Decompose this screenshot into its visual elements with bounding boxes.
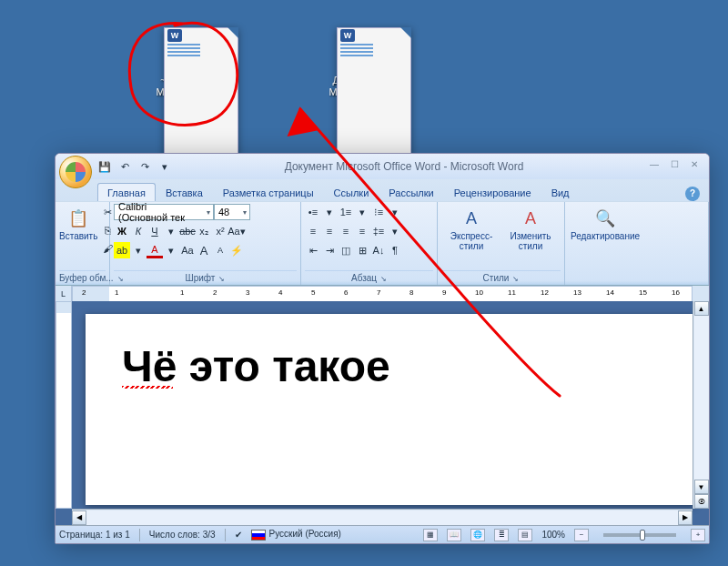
scroll-left-button[interactable]: ◀ (72, 510, 86, 525)
underline-more[interactable]: ▾ (163, 223, 179, 239)
italic-button[interactable]: К (130, 223, 147, 239)
numbering-more[interactable]: ▾ (354, 204, 370, 220)
sort-button[interactable]: A↓ (370, 242, 387, 258)
align-center-button[interactable]: ≡ (321, 223, 338, 239)
clear-format-button[interactable]: Aa▾ (228, 223, 245, 239)
multilevel-more[interactable]: ▾ (387, 204, 403, 220)
qat-more-button[interactable]: ▾ (157, 159, 172, 174)
bullets-button[interactable]: •≡ (305, 204, 321, 220)
browse-object-button[interactable]: ⦿ (694, 494, 709, 509)
change-styles-button[interactable]: A Изменить стили (503, 204, 558, 251)
line-spacing-button[interactable]: ‡≡ (370, 223, 387, 239)
line-spacing-more[interactable]: ▾ (387, 223, 403, 239)
zoom-out-button[interactable]: − (574, 529, 589, 541)
scroll-up-button[interactable]: ▲ (694, 301, 709, 316)
bold-button[interactable]: Ж (114, 223, 130, 239)
group-label[interactable]: Буфер обм... (59, 270, 106, 285)
group-label[interactable]: Шрифт (114, 270, 297, 285)
minimize-button[interactable]: — (647, 159, 662, 172)
quick-styles-button[interactable]: A Экспресс-стили (441, 204, 501, 251)
ruler-toggle-button[interactable]: L (56, 286, 72, 302)
align-right-button[interactable]: ≡ (338, 223, 354, 239)
ruler-tick: 7 (377, 288, 380, 297)
desktop-icon-temp-doc[interactable]: W ~$кумент Microsoft ... (146, 27, 218, 98)
draft-view-button[interactable]: ▤ (518, 529, 532, 541)
close-button[interactable]: ✕ (687, 159, 702, 172)
status-page[interactable]: Страница: 1 из 1 (59, 530, 130, 540)
change-case-button[interactable]: Aa (179, 242, 196, 258)
outline-view-button[interactable]: ≣ (494, 529, 509, 541)
save-button[interactable]: 💾 (97, 159, 112, 174)
ruler-tick: 9 (442, 288, 446, 297)
ruler-tick: 15 (639, 288, 647, 297)
tab-references[interactable]: Ссылки (324, 183, 379, 201)
document-area: Чё это такое (56, 301, 709, 525)
help-button[interactable]: ? (685, 187, 700, 201)
highlight-button[interactable]: ab (114, 242, 130, 258)
web-view-button[interactable]: 🌐 (470, 529, 485, 541)
page-view[interactable]: Чё это такое (72, 301, 709, 525)
numbering-button[interactable]: 1≡ (338, 204, 354, 220)
highlight-more[interactable]: ▾ (130, 242, 147, 258)
redo-button[interactable]: ↷ (137, 159, 152, 174)
horizontal-ruler[interactable]: 2112345678910111213141516 (72, 286, 693, 302)
scroll-track[interactable] (694, 316, 709, 480)
paste-button[interactable]: 📋 Вставить (59, 204, 97, 241)
tab-mailings[interactable]: Рассылки (379, 183, 443, 201)
tab-home[interactable]: Главная (97, 183, 156, 201)
underline-button[interactable]: Ч (147, 223, 163, 239)
strike-button[interactable]: abc (179, 223, 196, 239)
font-size-select[interactable]: 48 (214, 204, 250, 220)
titlebar[interactable]: 💾 ↶ ↷ ▾ Документ Microsoft Office Word -… (56, 154, 709, 179)
zoom-in-button[interactable]: + (691, 529, 705, 541)
ruler-tick: 10 (475, 288, 483, 297)
zoom-slider[interactable] (603, 533, 676, 537)
clear-all-button[interactable]: ⚡ (228, 242, 245, 258)
office-button[interactable] (59, 156, 92, 188)
bullets-more[interactable]: ▾ (321, 204, 338, 220)
multilevel-button[interactable]: ⁝≡ (370, 204, 387, 220)
grow-font-button[interactable]: A (196, 242, 212, 258)
document-page[interactable]: Чё это такое (86, 314, 695, 505)
status-lang[interactable]: Русский (Россия) (251, 529, 341, 540)
print-layout-view-button[interactable]: ▦ (423, 529, 438, 541)
tab-review[interactable]: Рецензирование (444, 183, 541, 201)
font-name-select[interactable]: Calibri (Основной тек (114, 204, 214, 220)
zoom-level[interactable]: 100% (541, 530, 565, 540)
maximize-button[interactable]: ☐ (667, 159, 682, 172)
superscript-button[interactable]: x² (212, 223, 228, 239)
tab-layout[interactable]: Разметка страницы (213, 183, 324, 201)
ruler-row: L 2112345678910111213141516 (56, 286, 709, 302)
document-text[interactable]: Чё это такое (122, 341, 659, 391)
align-left-button[interactable]: ≡ (305, 223, 321, 239)
scroll-right-button[interactable]: ▶ (678, 510, 693, 525)
vertical-scrollbar[interactable]: ▲ ▼ ⦿ (693, 301, 709, 509)
tab-view[interactable]: Вид (541, 183, 580, 201)
horizontal-scrollbar[interactable]: ◀ ▶ (72, 509, 693, 525)
shrink-font-button[interactable]: A (212, 242, 228, 258)
editing-label: Редактирование (569, 231, 642, 241)
group-label[interactable]: Абзац (305, 270, 433, 285)
font-color-more[interactable]: ▾ (163, 242, 179, 258)
dec-indent-button[interactable]: ⇤ (305, 242, 321, 258)
scroll-down-button[interactable]: ▼ (694, 480, 709, 494)
status-words[interactable]: Число слов: 3/3 (149, 530, 216, 540)
status-proofing-icon[interactable]: ✔ (235, 530, 242, 540)
scroll-track[interactable] (86, 510, 678, 525)
inc-indent-button[interactable]: ⇥ (321, 242, 338, 258)
group-styles: A Экспресс-стили A Изменить стили Стили (438, 202, 565, 285)
borders-button[interactable]: ⊞ (354, 242, 370, 258)
undo-button[interactable]: ↶ (117, 159, 132, 174)
tab-insert[interactable]: Вставка (156, 183, 213, 201)
desktop-icon-doc[interactable]: W Документ Microsoft ... (318, 27, 391, 98)
group-label[interactable]: Стили (441, 270, 561, 285)
editing-button[interactable]: 🔍 Редактирование (569, 204, 642, 241)
show-marks-button[interactable]: ¶ (387, 242, 403, 258)
reading-view-button[interactable]: 📖 (447, 529, 461, 541)
vertical-ruler[interactable] (56, 301, 72, 509)
subscript-button[interactable]: x₂ (196, 223, 212, 239)
shading-button[interactable]: ◫ (338, 242, 354, 258)
justify-button[interactable]: ≡ (354, 223, 370, 239)
font-color-button[interactable]: A (147, 242, 163, 258)
ruler-tick: 11 (508, 288, 516, 297)
